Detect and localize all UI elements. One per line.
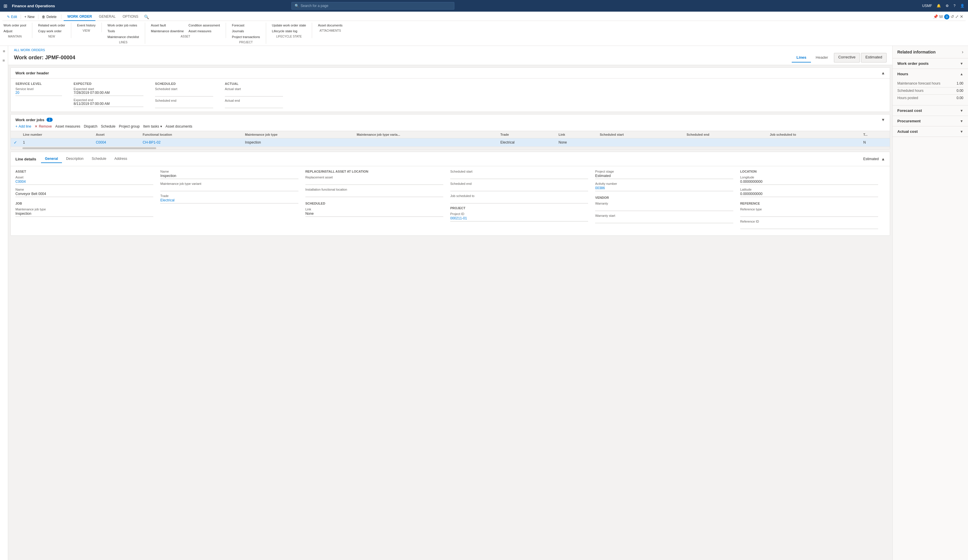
filter-icon[interactable]: ≡ — [3, 49, 5, 53]
word-icon[interactable]: W — [939, 14, 943, 20]
remove-btn[interactable]: ✕ Remove — [35, 124, 52, 129]
user-icon[interactable]: 👤 — [960, 4, 965, 8]
row-functional-location[interactable]: CH-BP1-02 — [140, 138, 242, 147]
tab-options[interactable]: OPTIONS — [119, 13, 142, 21]
tab-work-order[interactable]: WORK ORDER — [64, 13, 95, 21]
update-work-order-state-btn[interactable]: Update work order state — [271, 23, 307, 28]
asset-measures-jobs-btn[interactable]: Asset measures — [55, 124, 80, 129]
copy-work-order-btn[interactable]: Copy work order — [37, 28, 66, 34]
new-button[interactable]: + New — [22, 13, 37, 21]
expected-start-value[interactable]: 7/28/2019 07:00:00 AM — [74, 91, 143, 96]
ld-maint-variant-value[interactable] — [160, 186, 298, 191]
ribbon-search-icon[interactable]: 🔍 — [144, 15, 149, 19]
add-line-btn[interactable]: + Add line — [15, 124, 31, 129]
tab-estimated[interactable]: Estimated — [861, 53, 887, 63]
tab-lines[interactable]: Lines — [792, 53, 811, 63]
bell-icon[interactable]: 🔔 — [937, 4, 941, 8]
line-tab-description[interactable]: Description — [62, 155, 88, 163]
ld-project-id-value[interactable]: 000211-01 — [450, 216, 588, 221]
tab-corrective[interactable]: Corrective — [834, 53, 860, 63]
apps-icon[interactable]: ⊞ — [3, 3, 7, 9]
refresh-icon[interactable]: ↺ — [951, 14, 954, 20]
maintenance-downtime-btn[interactable]: Maintenance downtime — [150, 28, 185, 34]
rp-procurement-header[interactable]: Procurement — [893, 116, 968, 126]
rp-forecast-cost-header[interactable]: Forecast cost — [893, 106, 968, 116]
search-input[interactable] — [301, 4, 451, 8]
ld-warranty-start-value[interactable] — [595, 218, 733, 223]
settings-icon[interactable]: ⚙ — [946, 4, 949, 8]
service-level-value[interactable]: 20 — [15, 91, 62, 96]
adjust-btn[interactable]: Adjust — [2, 28, 27, 34]
related-work-order-btn[interactable]: Related work order — [37, 23, 66, 28]
work-order-pool-btn[interactable]: Work order pool — [2, 23, 27, 28]
ld-trade-value[interactable]: Electrical — [160, 198, 298, 203]
lifecycle-state-log-btn[interactable]: Lifecycle state log — [271, 28, 307, 34]
delete-button[interactable]: 🗑 Delete — [40, 13, 59, 21]
asset-documents-jobs-btn[interactable]: Asset documents — [166, 124, 192, 129]
pin-icon[interactable]: 📌 — [933, 14, 938, 20]
actual-start-value[interactable] — [225, 91, 283, 96]
work-order-job-notes-btn[interactable]: Work order job notes — [106, 23, 140, 28]
line-tab-general[interactable]: General — [41, 155, 62, 163]
expand-icon[interactable]: ⤢ — [955, 14, 959, 20]
ld-name-value[interactable]: Inspection — [160, 174, 298, 179]
jobs-collapse-icon[interactable]: ▼ — [881, 117, 885, 122]
asset-measures-btn[interactable]: Asset measures — [187, 28, 221, 34]
tab-general[interactable]: GENERAL — [95, 13, 119, 21]
ld-longitude-value[interactable]: 0.0000000000 — [740, 180, 878, 185]
scheduled-start-value[interactable] — [155, 91, 213, 96]
project-transactions-btn[interactable]: Project transactions — [230, 34, 261, 40]
rp-expand-icon[interactable]: › — [962, 50, 963, 55]
project-group-btn[interactable]: Project group — [119, 124, 139, 129]
item-tasks-btn[interactable]: Item tasks ▾ — [143, 124, 162, 129]
search-bar[interactable]: 🔍 — [292, 2, 454, 10]
maintenance-checklist-btn[interactable]: Maintenance checklist — [106, 34, 140, 40]
ld-latitude-value[interactable]: 0.0000000000 — [740, 192, 878, 197]
line-details-collapse-icon[interactable]: ▲ — [881, 157, 885, 161]
ld-asset-value[interactable]: C0004 — [15, 180, 153, 185]
help-icon[interactable]: ? — [953, 4, 955, 8]
actual-end-value[interactable] — [225, 102, 283, 108]
tools-btn[interactable]: Tools — [106, 28, 140, 34]
line-tab-address[interactable]: Address — [110, 155, 131, 163]
row-asset[interactable]: C0004 — [93, 138, 139, 147]
scrollbar-track[interactable] — [22, 147, 156, 149]
ld-project-stage-value: Estimated — [595, 174, 733, 179]
ld-sched-end-value[interactable] — [450, 186, 588, 191]
ld-maint-job-type-value[interactable]: Inspection — [15, 211, 153, 217]
table-row[interactable]: ✓ 1 C0004 CH-BP1-02 Inspection Electrica… — [11, 138, 890, 147]
rp-work-order-pools-header[interactable]: Work order pools — [893, 58, 968, 69]
ld-activity-number-value[interactable]: 00386 — [595, 186, 733, 191]
rp-actual-cost-header[interactable]: Actual cost — [893, 126, 968, 137]
asset-documents-btn[interactable]: Asset documents — [317, 23, 343, 28]
ld-link-value[interactable]: None — [305, 211, 443, 217]
edit-button[interactable]: ✎ Edit — [5, 13, 20, 21]
work-order-header-toggle[interactable]: Work order header ▲ — [11, 68, 890, 78]
schedule-btn[interactable]: Schedule — [101, 124, 116, 129]
condition-assessment-btn[interactable]: Condition assessment — [187, 23, 221, 28]
tab-header[interactable]: Header — [811, 53, 833, 63]
rp-hours-header[interactable]: Hours — [893, 69, 968, 79]
breadcrumb[interactable]: ALL WORK ORDERS — [14, 48, 887, 52]
menu-icon[interactable]: ≡ — [2, 59, 6, 62]
ld-installation-value[interactable] — [305, 192, 443, 197]
jobs-scrollbar[interactable] — [11, 147, 890, 149]
ld-ref-id-value[interactable] — [740, 224, 878, 229]
expected-end-value[interactable]: 8/11/2019 07:00:00 AM — [74, 102, 143, 107]
notification-badge[interactable]: 0 — [944, 14, 950, 20]
event-history-btn[interactable]: Event history — [76, 23, 97, 28]
close-ribbon-icon[interactable]: ✕ — [960, 14, 963, 20]
ld-warranty-value[interactable] — [595, 206, 733, 211]
dispatch-btn[interactable]: Dispatch — [84, 124, 98, 129]
ld-sched-start-value[interactable] — [450, 174, 588, 179]
asset-fault-btn[interactable]: Asset fault — [150, 23, 185, 28]
work-order-header-collapse-icon[interactable]: ▲ — [881, 71, 885, 75]
ld-replacement-asset-value[interactable] — [305, 180, 443, 185]
row-checkbox[interactable]: ✓ — [11, 138, 20, 147]
journals-btn[interactable]: Journals — [230, 28, 261, 34]
forecast-btn[interactable]: Forecast — [230, 23, 261, 28]
line-tab-schedule[interactable]: Schedule — [88, 155, 110, 163]
ld-job-scheduled-to-value[interactable] — [450, 198, 588, 203]
ld-ref-type-value[interactable] — [740, 211, 878, 217]
scheduled-end-value[interactable] — [155, 102, 213, 108]
